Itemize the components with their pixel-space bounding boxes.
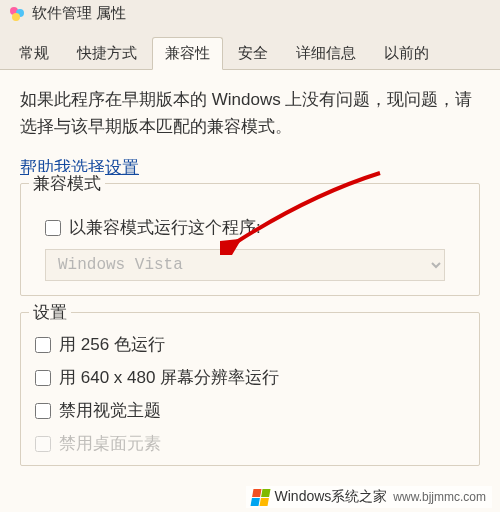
disable-theme-checkbox[interactable] xyxy=(35,403,51,419)
run-in-mode-row: 以兼容模式运行这个程序: xyxy=(45,216,465,239)
title-bar: 软件管理 属性 xyxy=(0,0,500,27)
watermark-url: www.bjjmmc.com xyxy=(393,490,486,504)
windows-logo-icon xyxy=(250,489,270,506)
watermark-brand: Windows系统之家 xyxy=(275,488,388,506)
disable-theme-row: 禁用视觉主题 xyxy=(35,399,465,422)
tab-security[interactable]: 安全 xyxy=(225,37,281,69)
color256-row: 用 256 色运行 xyxy=(35,333,465,356)
app-icon xyxy=(8,5,26,23)
tab-strip: 常规 快捷方式 兼容性 安全 详细信息 以前的 xyxy=(0,37,500,70)
description-text: 如果此程序在早期版本的 Windows 上没有问题，现问题，请选择与该早期版本匹… xyxy=(20,86,480,140)
partial-label: 禁用桌面元素 xyxy=(59,432,161,455)
compat-mode-group: 兼容模式 以兼容模式运行这个程序: Windows Vista xyxy=(20,183,480,296)
partial-row: 禁用桌面元素 xyxy=(35,432,465,455)
tab-general[interactable]: 常规 xyxy=(6,37,62,69)
run-in-mode-label: 以兼容模式运行这个程序: xyxy=(69,216,261,239)
color256-label: 用 256 色运行 xyxy=(59,333,165,356)
disable-theme-label: 禁用视觉主题 xyxy=(59,399,161,422)
settings-group: 设置 用 256 色运行 用 640 x 480 屏幕分辨率运行 禁用视觉主题 … xyxy=(20,312,480,466)
compatibility-page: 如果此程序在早期版本的 Windows 上没有问题，现问题，请选择与该早期版本匹… xyxy=(0,70,500,512)
res640-label: 用 640 x 480 屏幕分辨率运行 xyxy=(59,366,279,389)
tab-compatibility[interactable]: 兼容性 xyxy=(152,37,223,70)
tab-previous[interactable]: 以前的 xyxy=(371,37,442,69)
tab-shortcut[interactable]: 快捷方式 xyxy=(64,37,150,69)
res640-checkbox[interactable] xyxy=(35,370,51,386)
watermark: Windows系统之家 www.bjjmmc.com xyxy=(246,486,492,508)
compat-os-dropdown[interactable]: Windows Vista xyxy=(45,249,445,281)
partial-checkbox[interactable] xyxy=(35,436,51,452)
settings-label: 设置 xyxy=(29,301,71,324)
res640-row: 用 640 x 480 屏幕分辨率运行 xyxy=(35,366,465,389)
tab-details[interactable]: 详细信息 xyxy=(283,37,369,69)
settings-section: 设置 用 256 色运行 用 640 x 480 屏幕分辨率运行 禁用视觉主题 … xyxy=(20,312,480,466)
run-in-mode-checkbox[interactable] xyxy=(45,220,61,236)
window-title: 软件管理 属性 xyxy=(32,4,126,23)
compat-mode-label: 兼容模式 xyxy=(29,172,105,195)
svg-point-2 xyxy=(12,13,20,21)
color256-checkbox[interactable] xyxy=(35,337,51,353)
